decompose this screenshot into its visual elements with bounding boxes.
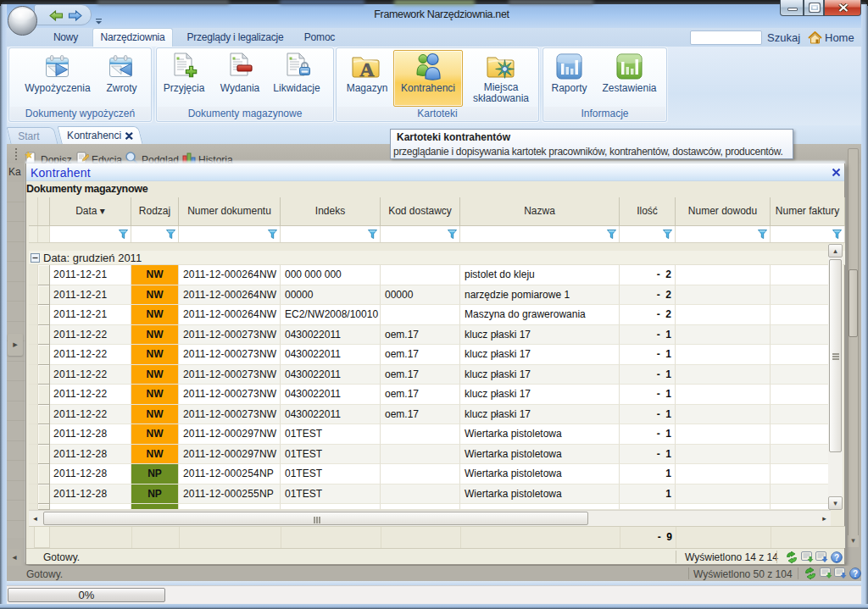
svg-text:A: A xyxy=(359,58,375,80)
svg-text:?: ? xyxy=(853,569,858,579)
svg-text:?: ? xyxy=(834,553,839,562)
